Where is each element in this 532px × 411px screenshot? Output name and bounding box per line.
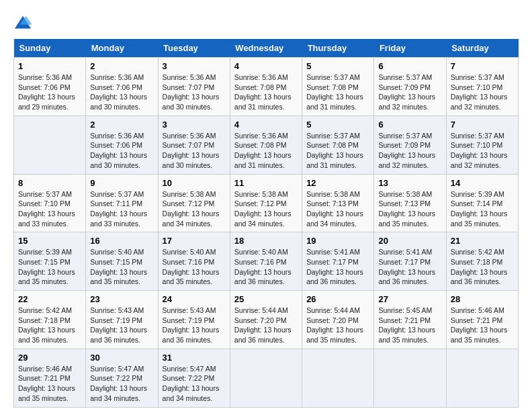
calendar-week-row: 8Sunrise: 5:37 AM Sunset: 7:10 PM Daylig… [14, 174, 519, 232]
day-number: 7 [451, 61, 514, 71]
day-number: 2 [90, 61, 153, 71]
day-info: Sunrise: 5:38 AM Sunset: 7:13 PM Dayligh… [378, 189, 441, 229]
day-number: 29 [18, 353, 81, 363]
day-number: 3 [163, 120, 226, 130]
day-number: 25 [234, 294, 298, 304]
calendar-cell [302, 349, 374, 407]
calendar-cell: 15Sunrise: 5:39 AM Sunset: 7:15 PM Dayli… [14, 232, 86, 291]
day-number: 5 [306, 61, 369, 71]
day-info: Sunrise: 5:46 AM Sunset: 7:21 PM Dayligh… [451, 306, 514, 345]
day-number: 3 [163, 61, 226, 71]
day-info: Sunrise: 5:37 AM Sunset: 7:09 PM Dayligh… [378, 131, 441, 171]
calendar-cell: 29Sunrise: 5:46 AM Sunset: 7:21 PM Dayli… [14, 349, 86, 407]
day-info: Sunrise: 5:36 AM Sunset: 7:06 PM Dayligh… [90, 73, 153, 112]
header-tuesday: Tuesday [158, 39, 230, 58]
day-info: Sunrise: 5:46 AM Sunset: 7:21 PM Dayligh… [18, 364, 81, 404]
calendar-cell: 16Sunrise: 5:40 AM Sunset: 7:15 PM Dayli… [86, 232, 158, 291]
day-info: Sunrise: 5:47 AM Sunset: 7:22 PM Dayligh… [163, 364, 226, 404]
day-info: Sunrise: 5:36 AM Sunset: 7:06 PM Dayligh… [18, 73, 81, 112]
calendar-cell: 27Sunrise: 5:45 AM Sunset: 7:21 PM Dayli… [374, 291, 446, 349]
day-info: Sunrise: 5:36 AM Sunset: 7:07 PM Dayligh… [163, 131, 226, 171]
day-number: 13 [378, 178, 441, 188]
calendar-header-row: SundayMondayTuesdayWednesdayThursdayFrid… [14, 39, 519, 58]
logo-icon [13, 13, 32, 32]
calendar-week-row: 22Sunrise: 5:42 AM Sunset: 7:18 PM Dayli… [14, 291, 519, 349]
day-info: Sunrise: 5:43 AM Sunset: 7:19 PM Dayligh… [163, 306, 226, 345]
day-number: 4 [234, 120, 298, 130]
day-number: 5 [306, 120, 369, 130]
day-info: Sunrise: 5:47 AM Sunset: 7:22 PM Dayligh… [90, 364, 153, 404]
day-info: Sunrise: 5:43 AM Sunset: 7:19 PM Dayligh… [90, 306, 153, 345]
calendar-cell: 3Sunrise: 5:36 AM Sunset: 7:07 PM Daylig… [158, 116, 230, 174]
day-info: Sunrise: 5:40 AM Sunset: 7:16 PM Dayligh… [234, 247, 298, 287]
calendar-table: SundayMondayTuesdayWednesdayThursdayFrid… [13, 39, 519, 408]
day-info: Sunrise: 5:40 AM Sunset: 7:16 PM Dayligh… [163, 247, 226, 287]
day-number: 6 [378, 61, 441, 71]
header-friday: Friday [374, 39, 446, 58]
day-info: Sunrise: 5:38 AM Sunset: 7:13 PM Dayligh… [306, 189, 369, 229]
calendar-week-row: 15Sunrise: 5:39 AM Sunset: 7:15 PM Dayli… [14, 232, 519, 291]
calendar-cell: 9Sunrise: 5:37 AM Sunset: 7:11 PM Daylig… [86, 174, 158, 232]
day-number: 20 [378, 236, 441, 246]
day-info: Sunrise: 5:38 AM Sunset: 7:12 PM Dayligh… [163, 189, 226, 229]
calendar-cell: 17Sunrise: 5:40 AM Sunset: 7:16 PM Dayli… [158, 232, 230, 291]
day-info: Sunrise: 5:37 AM Sunset: 7:08 PM Dayligh… [306, 131, 369, 171]
calendar-cell: 2Sunrise: 5:36 AM Sunset: 7:06 PM Daylig… [86, 58, 158, 116]
calendar-cell: 1Sunrise: 5:36 AM Sunset: 7:06 PM Daylig… [14, 58, 86, 116]
day-info: Sunrise: 5:37 AM Sunset: 7:11 PM Dayligh… [90, 189, 153, 229]
calendar-cell: 18Sunrise: 5:40 AM Sunset: 7:16 PM Dayli… [230, 232, 302, 291]
day-number: 4 [234, 61, 298, 71]
calendar-cell: 12Sunrise: 5:38 AM Sunset: 7:13 PM Dayli… [302, 174, 374, 232]
day-number: 16 [90, 236, 153, 246]
day-number: 1 [18, 61, 81, 71]
day-info: Sunrise: 5:37 AM Sunset: 7:10 PM Dayligh… [451, 131, 514, 171]
header-wednesday: Wednesday [230, 39, 302, 58]
calendar-week-row: 29Sunrise: 5:46 AM Sunset: 7:21 PM Dayli… [14, 349, 519, 407]
calendar-cell: 24Sunrise: 5:43 AM Sunset: 7:19 PM Dayli… [158, 291, 230, 349]
day-number: 8 [18, 178, 81, 188]
day-info: Sunrise: 5:36 AM Sunset: 7:08 PM Dayligh… [234, 131, 298, 171]
day-number: 27 [378, 294, 441, 304]
calendar-cell: 10Sunrise: 5:38 AM Sunset: 7:12 PM Dayli… [158, 174, 230, 232]
header-thursday: Thursday [302, 39, 374, 58]
day-number: 18 [234, 236, 298, 246]
day-info: Sunrise: 5:36 AM Sunset: 7:06 PM Dayligh… [90, 131, 153, 171]
day-number: 24 [163, 294, 226, 304]
day-number: 9 [90, 178, 153, 188]
day-number: 23 [90, 294, 153, 304]
calendar-cell: 25Sunrise: 5:44 AM Sunset: 7:20 PM Dayli… [230, 291, 302, 349]
day-info: Sunrise: 5:45 AM Sunset: 7:21 PM Dayligh… [378, 306, 441, 345]
day-number: 15 [18, 236, 81, 246]
day-number: 21 [451, 236, 514, 246]
calendar-cell: 26Sunrise: 5:44 AM Sunset: 7:20 PM Dayli… [302, 291, 374, 349]
calendar-cell [14, 116, 86, 174]
calendar-cell: 5Sunrise: 5:37 AM Sunset: 7:08 PM Daylig… [302, 116, 374, 174]
day-number: 28 [451, 294, 514, 304]
day-info: Sunrise: 5:39 AM Sunset: 7:14 PM Dayligh… [451, 189, 514, 229]
calendar-cell: 4Sunrise: 5:36 AM Sunset: 7:08 PM Daylig… [230, 116, 302, 174]
day-info: Sunrise: 5:40 AM Sunset: 7:15 PM Dayligh… [90, 247, 153, 287]
day-info: Sunrise: 5:36 AM Sunset: 7:08 PM Dayligh… [234, 73, 298, 112]
day-number: 7 [451, 120, 514, 130]
day-info: Sunrise: 5:38 AM Sunset: 7:12 PM Dayligh… [234, 189, 298, 229]
day-info: Sunrise: 5:36 AM Sunset: 7:07 PM Dayligh… [163, 73, 226, 112]
day-info: Sunrise: 5:42 AM Sunset: 7:18 PM Dayligh… [18, 306, 81, 345]
day-number: 10 [163, 178, 226, 188]
day-info: Sunrise: 5:37 AM Sunset: 7:08 PM Dayligh… [306, 73, 369, 112]
header [13, 13, 519, 32]
day-number: 22 [18, 294, 81, 304]
day-info: Sunrise: 5:41 AM Sunset: 7:17 PM Dayligh… [378, 247, 441, 287]
calendar-cell: 21Sunrise: 5:42 AM Sunset: 7:18 PM Dayli… [446, 232, 518, 291]
calendar-cell [374, 349, 446, 407]
calendar-cell: 20Sunrise: 5:41 AM Sunset: 7:17 PM Dayli… [374, 232, 446, 291]
day-info: Sunrise: 5:39 AM Sunset: 7:15 PM Dayligh… [18, 247, 81, 287]
day-info: Sunrise: 5:37 AM Sunset: 7:10 PM Dayligh… [18, 189, 81, 229]
header-saturday: Saturday [446, 39, 518, 58]
calendar-cell: 19Sunrise: 5:41 AM Sunset: 7:17 PM Dayli… [302, 232, 374, 291]
day-number: 31 [163, 353, 226, 363]
calendar-cell: 28Sunrise: 5:46 AM Sunset: 7:21 PM Dayli… [446, 291, 518, 349]
header-sunday: Sunday [14, 39, 86, 58]
day-number: 30 [90, 353, 153, 363]
day-number: 14 [451, 178, 514, 188]
calendar-cell: 13Sunrise: 5:38 AM Sunset: 7:13 PM Dayli… [374, 174, 446, 232]
